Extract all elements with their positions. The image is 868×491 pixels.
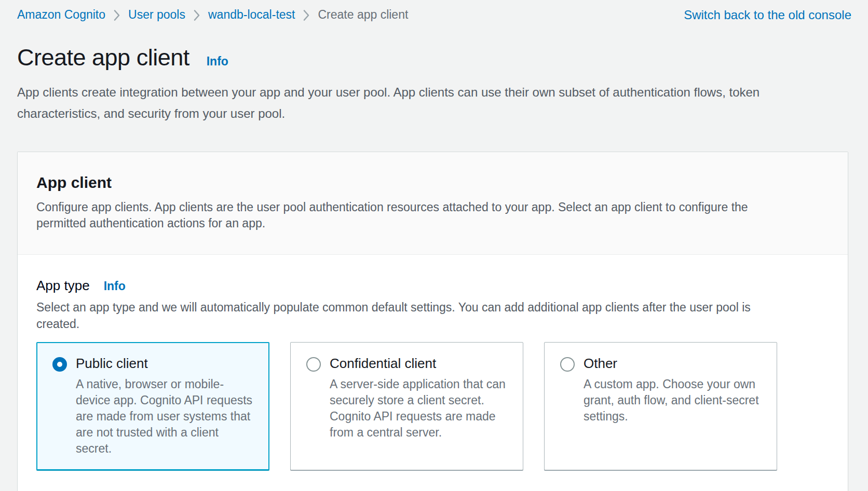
cognito-create-app-client-page: Amazon Cognito User pools wandb-local-te…: [0, 0, 868, 491]
app-type-label: App type: [36, 278, 90, 294]
option-title: Public client: [76, 356, 256, 372]
breadcrumb-link-user-pool-name[interactable]: wandb-local-test: [208, 8, 295, 22]
option-title: Other: [584, 356, 764, 372]
app-type-option-confidential-client[interactable]: Confidential client A server-side applic…: [290, 342, 523, 470]
top-bar: Amazon Cognito User pools wandb-local-te…: [0, 0, 868, 22]
chevron-right-icon: [193, 9, 200, 21]
app-type-options: Public client A native, browser or mobil…: [36, 342, 829, 470]
chevron-right-icon: [113, 9, 120, 21]
option-description: A server-side application that can secur…: [330, 376, 510, 441]
app-client-panel-body: App type Info Select an app type and we …: [18, 255, 848, 491]
breadcrumb-current-page: Create app client: [318, 8, 408, 22]
option-description: A custom app. Choose your own grant, aut…: [584, 376, 764, 425]
panel-description: Configure app clients. App clients are t…: [36, 199, 759, 231]
app-type-description: Select an app type and we will automatic…: [36, 299, 763, 332]
option-text: Confidential client A server-side applic…: [330, 356, 510, 441]
radio-unchecked-icon[interactable]: [306, 357, 321, 372]
app-type-info-link[interactable]: Info: [104, 279, 126, 293]
page-description: App clients create integration between y…: [17, 81, 776, 124]
app-client-panel: App client Configure app clients. App cl…: [17, 152, 848, 491]
app-type-option-other[interactable]: Other A custom app. Choose your own gran…: [544, 342, 777, 470]
page-title-info-link[interactable]: Info: [207, 54, 228, 69]
app-type-label-row: App type Info: [36, 278, 829, 294]
option-title: Confidential client: [330, 356, 510, 372]
radio-unchecked-icon[interactable]: [560, 357, 575, 372]
breadcrumb-link-user-pools[interactable]: User pools: [128, 8, 185, 22]
radio-checked-icon[interactable]: [52, 357, 67, 372]
panel-title: App client: [36, 174, 829, 192]
app-type-option-public-client[interactable]: Public client A native, browser or mobil…: [36, 342, 269, 470]
page-title-row: Create app client Info: [17, 44, 868, 71]
option-text: Public client A native, browser or mobil…: [76, 356, 256, 457]
chevron-right-icon: [303, 9, 310, 21]
breadcrumb: Amazon Cognito User pools wandb-local-te…: [17, 8, 408, 22]
option-text: Other A custom app. Choose your own gran…: [584, 356, 764, 425]
page-title: Create app client: [17, 44, 189, 71]
breadcrumb-link-amazon-cognito[interactable]: Amazon Cognito: [17, 8, 105, 22]
app-client-panel-header: App client Configure app clients. App cl…: [18, 152, 848, 255]
option-description: A native, browser or mobile-device app. …: [76, 376, 256, 457]
switch-old-console-link[interactable]: Switch back to the old console: [684, 8, 851, 22]
